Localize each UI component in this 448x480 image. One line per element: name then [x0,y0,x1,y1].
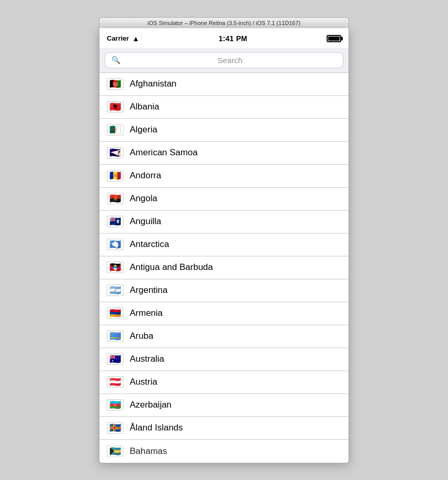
country-name: Åland Islands [130,423,183,433]
list-item[interactable]: 🇦🇼Aruba [99,325,349,348]
search-container: 🔍 Search [99,48,349,73]
list-item[interactable]: 🇦🇿Azerbaijan [99,394,349,417]
simulator-wrapper: iOS Simulator – iPhone Retina (3.5-inch)… [99,17,349,463]
country-name: Antarctica [130,239,169,250]
flag-icon: 🇦🇽 [107,422,123,434]
flag-icon: 🇦🇼 [107,330,123,342]
country-name: Azerbaijan [130,400,171,410]
list-item[interactable]: 🇦🇮Anguilla [99,211,349,233]
flag-icon: 🇦🇩 [107,170,123,181]
list-item[interactable]: 🇦🇫Afghanistan [99,73,349,96]
flag-icon: 🇦🇲 [107,307,123,319]
list-item[interactable]: 🇩🇿Algeria [99,119,349,142]
country-name: Angola [130,193,157,204]
country-name: Bahamas [130,446,167,457]
country-name: American Samoa [130,147,197,158]
flag-icon: 🇦🇴 [107,193,123,204]
battery-icon [327,35,341,42]
search-icon: 🔍 [111,56,120,64]
list-item[interactable]: 🇦🇹Austria [99,371,349,394]
search-placeholder-text: Search [123,56,337,65]
list-item[interactable]: 🇦🇺Australia [99,348,349,371]
list-item[interactable]: 🇦🇩Andorra [99,165,349,188]
flag-icon: 🇧🇸 [107,446,123,457]
country-name: Albania [130,102,159,112]
country-name: Argentina [130,285,168,296]
list-item[interactable]: 🇦🇲Armenia [99,302,349,325]
phone-frame: Carrier ▲ 1:41 PM 🔍 Search 🇦🇫Afghanistan… [99,28,349,463]
flag-icon: 🇦🇶 [107,239,123,250]
flag-icon: 🇩🇿 [107,124,123,136]
search-bar[interactable]: 🔍 Search [105,52,343,68]
country-name: Armenia [130,308,163,318]
flag-icon: 🇦🇬 [107,262,123,273]
country-name: Austria [130,377,157,387]
country-name: Antigua and Barbuda [130,262,213,273]
simulator-titlebar: iOS Simulator – iPhone Retina (3.5-inch)… [99,17,349,28]
flag-icon: 🇦🇸 [107,147,123,158]
flag-icon: 🇦🇹 [107,376,123,388]
flag-icon: 🇦🇮 [107,216,123,227]
list-item[interactable]: 🇦🇱Albania [99,96,349,119]
status-right [327,35,341,42]
carrier-label: Carrier [107,34,129,42]
list-item[interactable]: 🇦🇬Antigua and Barbuda [99,256,349,279]
list-item[interactable]: 🇦🇴Angola [99,188,349,211]
country-name: Afghanistan [130,79,177,89]
country-list: 🇦🇫Afghanistan🇦🇱Albania🇩🇿Algeria🇦🇸America… [99,73,349,463]
status-bar: Carrier ▲ 1:41 PM [99,28,349,48]
flag-icon: 🇦🇿 [107,399,123,411]
country-name: Australia [130,354,164,364]
list-item[interactable]: 🇦🇶Antarctica [99,233,349,256]
battery-fill [328,36,340,41]
wifi-icon: ▲ [132,34,140,43]
list-item[interactable]: 🇦🇷Argentina [99,279,349,302]
list-item[interactable]: 🇧🇸Bahamas [99,440,349,463]
time-display: 1:41 PM [219,34,247,43]
flag-icon: 🇦🇺 [107,353,123,365]
flag-icon: 🇦🇫 [107,78,123,90]
country-name: Anguilla [130,216,161,227]
country-name: Aruba [130,331,153,341]
flag-icon: 🇦🇱 [107,101,123,113]
country-name: Algeria [130,125,157,135]
list-item[interactable]: 🇦🇸American Samoa [99,142,349,165]
flag-icon: 🇦🇷 [107,285,123,296]
country-name: Andorra [130,170,161,181]
status-left: Carrier ▲ [107,34,140,43]
titlebar-text: iOS Simulator – iPhone Retina (3.5-inch)… [147,20,300,26]
list-item[interactable]: 🇦🇽Åland Islands [99,417,349,440]
